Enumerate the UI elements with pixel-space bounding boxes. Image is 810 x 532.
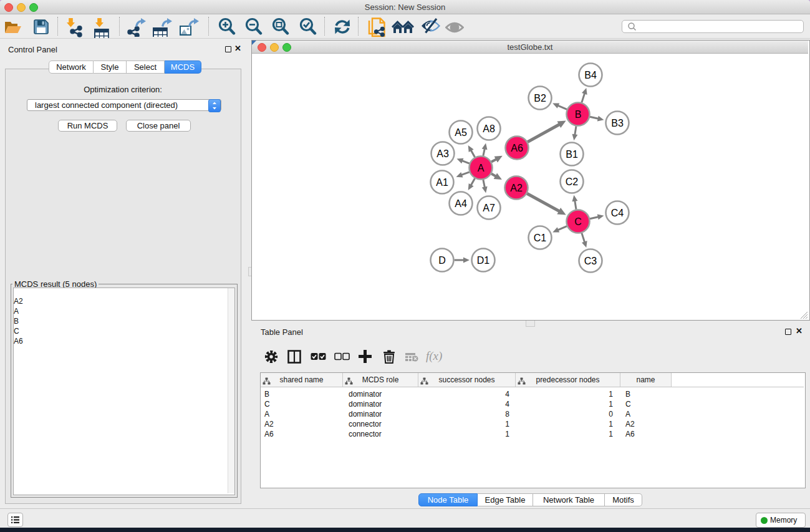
svg-text:A1: A1: [436, 177, 448, 188]
svg-text:A6: A6: [511, 143, 523, 153]
svg-text:A3: A3: [436, 148, 449, 159]
svg-text:B3: B3: [611, 118, 624, 128]
svg-text:D1: D1: [477, 255, 490, 266]
svg-text:B1: B1: [566, 149, 578, 160]
svg-text:A4: A4: [455, 198, 467, 209]
svg-text:D: D: [438, 255, 446, 266]
svg-text:C: C: [574, 216, 582, 227]
svg-text:C1: C1: [534, 233, 547, 243]
svg-text:B2: B2: [534, 93, 546, 104]
svg-text:C4: C4: [611, 208, 624, 218]
svg-text:f(x): f(x): [426, 349, 442, 363]
svg-text:A7: A7: [483, 203, 495, 213]
svg-text:B4: B4: [584, 70, 597, 80]
svg-text:A2: A2: [510, 183, 523, 193]
svg-text:A8: A8: [483, 123, 495, 134]
svg-text:C2: C2: [566, 177, 579, 187]
svg-text:B: B: [575, 109, 582, 120]
svg-text:A5: A5: [455, 127, 467, 138]
svg-text:A: A: [478, 163, 485, 173]
svg-text:C3: C3: [584, 256, 597, 266]
